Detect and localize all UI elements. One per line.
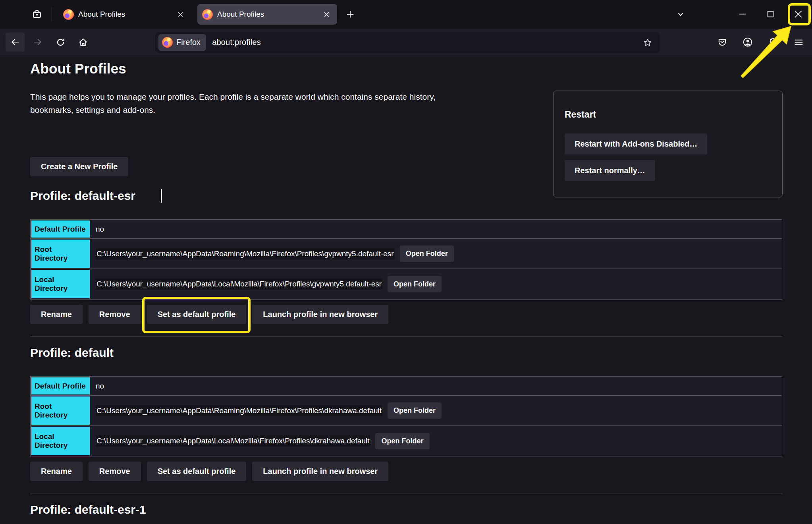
restart-addons-disabled-button[interactable]: Restart with Add-ons Disabled… (565, 133, 707, 155)
tab-title: About Profiles (217, 10, 320, 19)
table-row-default-profile: Default Profile no (31, 220, 782, 239)
restart-title: Restart (565, 109, 782, 120)
rename-button[interactable]: Rename (30, 305, 83, 324)
table-row-local-directory: Local Directory C:\Users\your_username\A… (31, 269, 782, 299)
profile-heading-default: Profile: default (30, 346, 782, 360)
restart-normally-button[interactable]: Restart normally… (565, 160, 655, 181)
star-icon (643, 38, 652, 47)
remove-button[interactable]: Remove (89, 462, 141, 481)
open-folder-button[interactable]: Open Folder (388, 276, 442, 292)
profile-actions-default-esr: Rename Remove Set as default profile Lau… (30, 305, 782, 324)
home-icon (78, 37, 88, 47)
firefox-view-icon (31, 9, 42, 20)
text-cursor-caret (161, 189, 162, 203)
url-bar[interactable]: Firefox about:profiles (155, 32, 660, 53)
section-divider (30, 493, 782, 493)
plus-icon (346, 10, 355, 19)
profile-heading-text: Profile: default-esr-1 (30, 503, 146, 516)
profile-table-default: Default Profile no Root Directory C:\Use… (30, 376, 782, 456)
row-value-path: C:\Users\your_username\AppData\Local\Moz… (96, 278, 382, 290)
window-maximize-button[interactable] (756, 0, 784, 23)
window-close-button[interactable] (784, 0, 812, 23)
rename-button[interactable]: Rename (30, 462, 83, 481)
chevron-down-icon (676, 10, 685, 19)
forward-arrow-icon (33, 37, 42, 47)
tab-title: About Profiles (78, 10, 174, 19)
profile-actions-default: Rename Remove Set as default profile Lau… (30, 462, 782, 481)
row-label: Default Profile (31, 220, 91, 238)
tab-about-profiles-2-active[interactable]: About Profiles (197, 4, 337, 25)
minimize-icon (739, 10, 746, 17)
row-value-path: C:\Users\your_username\AppData\Local\Moz… (96, 435, 370, 447)
row-label: Root Directory (31, 239, 91, 269)
row-label: Local Directory (31, 426, 91, 456)
tab-separator (52, 7, 52, 22)
section-divider (30, 336, 782, 336)
account-button[interactable] (738, 33, 757, 52)
firefox-logo-icon (162, 37, 173, 48)
pocket-button[interactable] (713, 33, 732, 52)
site-identity-chip[interactable]: Firefox (158, 34, 206, 51)
firefox-view-button[interactable] (28, 5, 46, 23)
home-button[interactable] (73, 33, 93, 52)
extensions-button[interactable] (764, 33, 783, 52)
firefox-favicon (202, 9, 213, 20)
remove-button[interactable]: Remove (89, 305, 141, 324)
row-label: Local Directory (31, 269, 91, 299)
restart-panel: Restart Restart with Add-ons Disabled… R… (553, 91, 783, 197)
row-value-path: C:\Users\your_username\AppData\Roaming\M… (96, 405, 382, 416)
create-new-profile-button[interactable]: Create a New Profile (30, 157, 128, 176)
open-folder-button[interactable]: Open Folder (388, 402, 442, 419)
profile-heading-text: Profile: default (30, 346, 114, 360)
forward-button[interactable] (28, 33, 47, 52)
maximize-icon (767, 11, 774, 17)
toolbar-right-icons (713, 33, 808, 52)
reload-icon (56, 37, 66, 47)
back-arrow-icon (10, 37, 20, 47)
set-as-default-profile-button[interactable]: Set as default profile (147, 305, 247, 324)
table-row-root-directory: Root Directory C:\Users\your_username\Ap… (31, 239, 782, 269)
row-label: Root Directory (31, 396, 91, 425)
tab-close-icon[interactable] (174, 8, 186, 20)
back-button[interactable] (6, 33, 25, 52)
row-label: Default Profile (31, 377, 91, 395)
tab-close-icon[interactable] (320, 8, 332, 20)
new-tab-button[interactable] (341, 5, 359, 23)
profile-table-default-esr: Default Profile no Root Directory C:\Use… (30, 219, 782, 300)
navigation-toolbar: Firefox about:profiles (0, 29, 812, 56)
launch-profile-button[interactable]: Launch profile in new browser (252, 462, 388, 481)
row-value-path: C:\Users\your_username\AppData\Roaming\M… (96, 248, 395, 259)
identity-label: Firefox (176, 38, 201, 47)
profile-heading-text: Profile: default-esr (30, 189, 135, 203)
window-minimize-button[interactable] (729, 0, 756, 23)
row-value: no (96, 225, 104, 234)
list-all-tabs-button[interactable] (671, 5, 690, 23)
profile-heading-default-esr-1: Profile: default-esr-1 (30, 503, 782, 516)
page-title: About Profiles (30, 61, 782, 77)
set-as-default-profile-button[interactable]: Set as default profile (147, 462, 247, 481)
table-row-local-directory: Local Directory C:\Users\your_username\A… (31, 426, 782, 456)
menu-button[interactable] (789, 33, 808, 52)
open-folder-button[interactable]: Open Folder (375, 433, 429, 449)
firefox-favicon (63, 9, 74, 20)
bookmark-star-button[interactable] (639, 34, 656, 51)
open-folder-button[interactable]: Open Folder (400, 246, 454, 262)
table-row-default-profile: Default Profile no (31, 377, 782, 396)
launch-profile-button[interactable]: Launch profile in new browser (252, 305, 388, 324)
url-text[interactable]: about:profiles (212, 38, 261, 47)
row-value: no (96, 382, 104, 391)
account-icon (743, 37, 753, 47)
reload-button[interactable] (51, 33, 70, 52)
highlighted-button-wrapper: Set as default profile (147, 305, 247, 324)
table-row-root-directory: Root Directory C:\Users\your_username\Ap… (31, 396, 782, 426)
hamburger-menu-icon (794, 37, 804, 47)
close-icon (794, 10, 802, 18)
pocket-icon (717, 37, 727, 47)
titlebar: About Profiles About Profiles (0, 0, 812, 29)
puzzle-piece-icon (768, 37, 778, 47)
tab-about-profiles-1[interactable]: About Profiles (58, 4, 191, 25)
